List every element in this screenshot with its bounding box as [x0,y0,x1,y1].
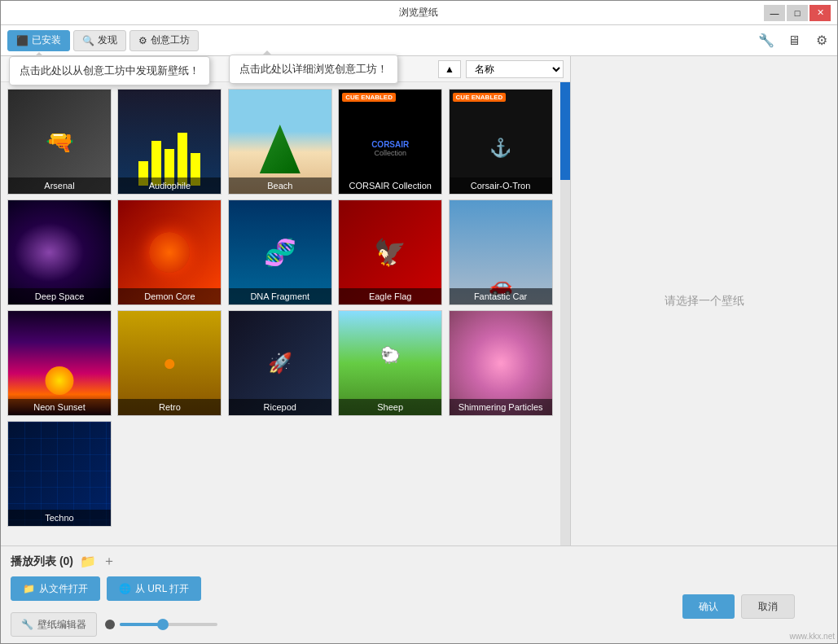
open-url-button[interactable]: 🌐 从 URL 打开 [107,576,201,601]
tab-installed[interactable]: ⬛ 已安装 [7,30,70,51]
left-panel: ▼ ▲ 名称 🔫Arsenal AudiophileBeachCUE ENABL… [1,56,571,545]
wallpaper-label: Sheep [339,399,441,415]
discover-icon: 🔍 [82,35,94,46]
open-url-icon: 🌐 [119,583,131,594]
wallpaper-item-shimmering-particles[interactable]: Shimmering Particles [449,310,553,416]
sort-ascending-button[interactable]: ▲ [438,60,461,78]
slider-handle[interactable] [157,619,169,630]
tooltip-discover: 点击此处以从创意工坊中发现新壁纸！ [9,56,210,85]
wallpaper-label: Deep Space [8,288,111,304]
installed-icon: ⬛ [16,35,29,46]
minimize-button[interactable]: — [764,5,785,21]
open-file-button[interactable]: 📁 从文件打开 [11,576,100,601]
window-title: 浏览壁纸 [72,6,764,20]
wallpaper-item-corsair-collection[interactable]: CUE ENABLEDCORSAIRCollectionCORSAIR Coll… [338,89,442,195]
volume-slider[interactable] [120,623,217,626]
playlist-folder-icon[interactable]: 📁 [80,554,96,569]
toolbar-right: 🔧 🖥 ⚙ [757,32,831,50]
wallpaper-label: Neon Sunset [8,399,111,415]
maximize-button[interactable]: □ [787,5,808,21]
wallpaper-item-neon-sunset[interactable]: Neon Sunset [7,310,112,416]
wallpaper-item-arsenal[interactable]: 🔫Arsenal [7,89,112,195]
wallpaper-item-deep-space[interactable]: Deep Space [7,199,112,305]
editor-button[interactable]: 🔧 壁纸编辑器 [11,612,97,637]
content-area: ▼ ▲ 名称 🔫Arsenal AudiophileBeachCUE ENABL… [1,56,837,545]
wallpaper-item-beach[interactable]: Beach [228,89,332,195]
cancel-button[interactable]: 取消 [741,594,795,619]
tab-workshop[interactable]: ⚙ 创意工坊 [129,30,199,51]
monitor-icon[interactable]: 🖥 [785,32,803,50]
playlist-title: 播放列表 (0) [11,554,73,569]
wallpaper-item-techno[interactable]: Techno [7,421,112,527]
bottom-bar: 播放列表 (0) 📁 ＋ 📁 从文件打开 🌐 从 URL 打开 [1,545,837,643]
wallpaper-label: Fantastic Car [450,288,552,304]
title-bar: 浏览壁纸 — □ ✕ [1,1,837,25]
wallpaper-label: Eagle Flag [339,288,441,304]
workshop-icon: ⚙ [138,35,147,46]
bottom-actions: 📁 从文件打开 🌐 从 URL 打开 [11,576,217,601]
tooltip-workshop: 点击此处以详细浏览创意工坊！ [229,55,398,84]
right-panel-placeholder: 请选择一个壁纸 [665,294,744,309]
window-controls: — □ ✕ [764,5,831,21]
slider-container [105,620,217,629]
wallpaper-label: Audiophile [118,177,221,194]
wallpaper-label: DNA Fragment [229,288,331,304]
wallpaper-label: Ricepod [229,399,331,415]
tab-workshop-label: 创意工坊 [151,33,190,47]
wallpaper-label: Techno [8,510,111,526]
playlist-add-icon[interactable]: ＋ [103,553,116,570]
slider-row: 🔧 壁纸编辑器 [11,612,217,637]
wallpaper-item-retro[interactable]: ●Retro [117,310,222,416]
gear-icon[interactable]: ⚙ [813,32,831,50]
wallpaper-item-audiophile[interactable]: Audiophile [117,89,222,195]
tab-discover-label: 发现 [98,33,117,47]
wallpaper-label: CORSAIR Collection [339,177,441,194]
wallpaper-label: Demon Core [118,288,221,304]
scrollbar-track[interactable] [560,82,570,545]
slider-dot [105,620,115,629]
playlist-header: 播放列表 (0) 📁 ＋ [11,553,827,570]
right-panel: 请选择一个壁纸 [571,56,837,545]
wallpaper-label: Retro [118,399,221,415]
toolbar: ⬛ 已安装 🔍 发现 ⚙ 创意工坊 点击此处以详细浏览创意工坊！ 🔧 🖥 ⚙ [1,25,837,56]
wallpaper-item-ricepod[interactable]: 🚀Ricepod [228,310,332,416]
wallpaper-label: Corsair-O-Tron [450,177,552,194]
wallpaper-item-corsair-o-tron[interactable]: CUE ENABLED⚓Corsair-O-Tron [449,89,553,195]
sort-dropdown[interactable]: 名称 [466,60,564,78]
scrollbar-thumb[interactable] [560,82,570,180]
slider-fill [120,623,159,626]
wallpaper-item-sheep[interactable]: 🐑Sheep [338,310,442,416]
confirm-button[interactable]: 确认 [682,594,735,619]
wallpaper-item-fantastic-car[interactable]: 🚗Fantastic Car [449,199,553,305]
tab-discover[interactable]: 🔍 发现 [73,30,126,51]
wallpaper-grid: 🔫Arsenal AudiophileBeachCUE ENABLEDCORSA… [1,82,560,545]
wallpaper-item-dna-fragment[interactable]: 🧬DNA Fragment [228,199,332,305]
main-window: 浏览壁纸 — □ ✕ ⬛ 已安装 🔍 发现 ⚙ 创意工坊 点击此处以详细浏览创意… [0,0,838,644]
open-file-icon: 📁 [23,583,35,594]
wallpaper-label: Arsenal [8,177,111,194]
editor-icon: 🔧 [21,619,33,630]
wallpaper-label: Shimmering Particles [450,399,552,415]
tab-installed-label: 已安装 [32,33,61,47]
close-button[interactable]: ✕ [809,5,831,21]
watermark: www.kkx.net [789,632,835,641]
wallpaper-item-demon-core[interactable]: Demon Core [117,199,222,305]
wallpaper-label: Beach [229,177,331,194]
wallpaper-item-eagle-flag[interactable]: 🦅Eagle Flag [338,199,442,305]
wrench-icon[interactable]: 🔧 [757,32,775,50]
